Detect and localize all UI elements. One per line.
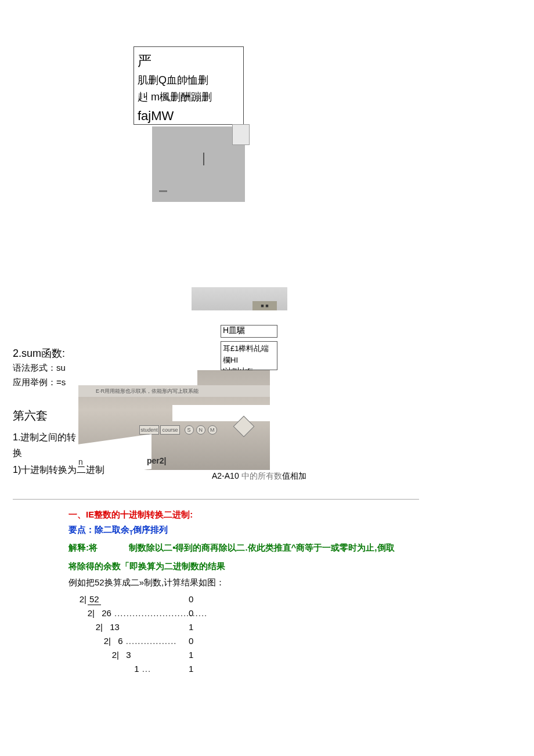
calc-divisor: 2| bbox=[111, 650, 119, 660]
calc-remainder: 1 bbox=[189, 650, 193, 660]
calc-divisor: 2| bbox=[86, 608, 95, 618]
calc-dots: ................. bbox=[123, 636, 177, 646]
calc-value: 52 bbox=[88, 594, 101, 605]
box1-line3: 赳 m楓删酬蹦删 bbox=[138, 89, 240, 106]
photo1-mark bbox=[203, 153, 204, 165]
example-intro: 例如把52换算成二»制数,计算结果如图： bbox=[68, 577, 225, 588]
calc-dots: ... bbox=[139, 664, 151, 674]
photo-fragment-3: E·R用用能形也示联系，依能形内写上联系能 studentcourse SNM … bbox=[78, 370, 270, 470]
sum-function-title: 2.sum函数: bbox=[13, 346, 65, 360]
section-six-heading: 第六套 bbox=[13, 408, 48, 424]
calc-row: 2| 26 ...............................0 bbox=[78, 608, 207, 622]
photo3-per2-label: per2| bbox=[147, 456, 167, 465]
calc-remainder: 0 bbox=[189, 636, 193, 646]
small-box-1: H皿驪 bbox=[221, 325, 277, 338]
red-heading-ie: IE bbox=[86, 509, 94, 519]
calc-row: 2| 6 .................0 bbox=[78, 636, 207, 650]
calc-remainder: 0 bbox=[189, 594, 193, 604]
photo3-caption-strip: E·R用用能形也示联系，依能形内写上联系能 bbox=[78, 385, 270, 397]
calc-lead: 2| 6 ................. bbox=[103, 636, 177, 646]
photo-strip-2: ■ ■ bbox=[192, 287, 287, 310]
a2a10-post: 值相加 bbox=[282, 471, 306, 480]
box1-line4: fajMW bbox=[138, 106, 240, 126]
a2a10-mid: 中的所有数 bbox=[241, 471, 282, 480]
photo2-tab: ■ ■ bbox=[252, 301, 277, 310]
calc-remainder: 0 bbox=[189, 608, 193, 618]
calc-value: 13 bbox=[103, 622, 120, 632]
photo-fragment-1 bbox=[152, 126, 245, 202]
calc-row: 2| 31 bbox=[78, 650, 207, 664]
photo3-mask-top bbox=[78, 370, 197, 385]
calc-value: 26 bbox=[95, 608, 111, 618]
radix-conversion-title: 1.进制之间的转换 bbox=[13, 429, 77, 461]
green1-b: 制数除以二•得到的商再除以二.依此类推直^商等于一或零时为止,倒取 bbox=[129, 542, 394, 552]
er-attr-3: M bbox=[208, 425, 217, 435]
calc-remainder: 1 bbox=[189, 664, 193, 674]
sum-syntax-line: 语法形式：su bbox=[13, 363, 66, 374]
green1-a: 解释:将 bbox=[68, 542, 98, 552]
calc-row: 2| 131 bbox=[78, 622, 207, 636]
calc-divisor: 2| bbox=[78, 594, 86, 604]
er-attr-2: N bbox=[196, 425, 205, 435]
blue-pre: 要点：除二取余 bbox=[68, 525, 129, 534]
blue-keypoint: 要点：除二取余T倒序排列 bbox=[68, 525, 168, 536]
calc-value: 3 bbox=[119, 650, 131, 660]
red-heading-pre: 一、 bbox=[68, 509, 86, 519]
er-entity-course: course bbox=[160, 425, 180, 435]
calc-lead: 2| 52 bbox=[78, 594, 101, 605]
a2a10-pre: A2-A10 bbox=[212, 471, 241, 480]
box3-l1: 耳£1榉料乩端欄HI bbox=[223, 343, 275, 366]
division-calculation: 2| 52 02| 26 ...........................… bbox=[78, 594, 207, 678]
calc-divisor: 2| bbox=[103, 636, 111, 646]
green-explain-2: 将除得的余数「即换算为二进制数的结果 bbox=[68, 561, 225, 572]
calc-lead: 2| 3 bbox=[111, 650, 131, 660]
a2-a10-remark: A2-A10 中的所有数值相加 bbox=[212, 471, 306, 482]
calc-row: 1 ...1 bbox=[78, 664, 207, 678]
sum-example-line: 应用举例：=s bbox=[13, 377, 66, 388]
calc-lead: 1 ... bbox=[119, 664, 151, 674]
calc-remainder: 1 bbox=[189, 622, 193, 632]
garbled-text-box: 严 肌删Q血帥恤删 赳 m楓删酬蹦删 fajMW bbox=[134, 46, 244, 125]
box1-line2: 肌删Q血帥恤删 bbox=[138, 72, 240, 89]
calc-divisor: 2| bbox=[95, 622, 103, 632]
er-entity-student: student bbox=[139, 425, 159, 435]
photo3-mask-mid bbox=[172, 405, 270, 421]
er-attr-1: S bbox=[185, 425, 194, 435]
calc-value: 6 bbox=[111, 636, 123, 646]
calc-value: 1 bbox=[127, 664, 139, 674]
photo1-dash bbox=[159, 190, 167, 192]
calc-row: 2| 52 0 bbox=[78, 594, 207, 608]
red-heading-post: 整数的十进制转换二进制: bbox=[94, 509, 193, 519]
divider-line bbox=[13, 499, 419, 500]
decimal-to-binary-heading: 1)十进制转换为二进制 bbox=[13, 462, 111, 478]
box1-line1: 严 bbox=[138, 50, 240, 72]
small-box-2: 耳£1榉料乩端欄HI l汕叫山fii bbox=[221, 341, 277, 370]
calc-lead: 2| 13 bbox=[95, 622, 120, 632]
red-heading: 一、IE整数的十进制转换二进制: bbox=[68, 509, 193, 520]
blue-post: 倒序排列 bbox=[133, 525, 168, 534]
green-explain-1: 解释:将 制数除以二•得到的商再除以二.依此类推直^商等于一或零时为止,倒取 bbox=[68, 542, 395, 554]
